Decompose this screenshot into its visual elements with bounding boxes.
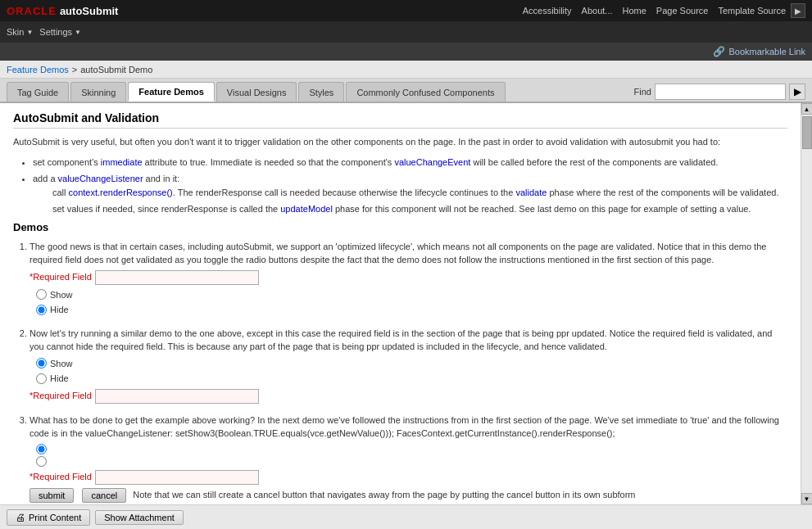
breadcrumb: Feature Demos > autoSubmit Demo — [0, 61, 812, 79]
demo1-radio-show[interactable] — [36, 289, 47, 300]
scrollbar-right[interactable]: ▲ ▼ — [801, 103, 812, 504]
bullet-list: set component's immediate attribute to t… — [33, 156, 787, 216]
tabs-bar: Tag Guide Skinning Feature Demos Visual … — [0, 79, 812, 103]
settings-dropdown[interactable]: Settings ▼ — [39, 27, 81, 37]
skin-chevron-icon: ▼ — [26, 29, 33, 36]
bookmarkbar: 🔗 Bookmarkable Link — [0, 43, 812, 61]
main-content-area: AutoSubmit and Validation AutoSubmit is … — [0, 103, 812, 504]
demo3-note-text: Note that we can still create a cancel b… — [133, 488, 635, 502]
demo-list: The good news is that in certain cases, … — [29, 240, 787, 503]
find-next-button[interactable]: ▶ — [789, 84, 805, 100]
tab-skinning[interactable]: Skinning — [70, 82, 126, 102]
find-label: Find — [634, 87, 651, 97]
skinbar: Skin ▼ Settings ▼ — [0, 21, 812, 43]
sub-bullet-2: set values if needed, since renderRespon… — [52, 202, 787, 216]
demo1-required-input[interactable] — [95, 270, 259, 285]
demo1-text: The good news is that in certain cases, … — [29, 242, 766, 265]
demo1-radio-hide[interactable] — [36, 305, 47, 315]
demo3-cancel-button[interactable]: cancel — [82, 488, 126, 503]
demo2-required-input[interactable] — [95, 389, 259, 404]
intro-text: AutoSubmit is very useful, but often you… — [13, 135, 787, 149]
tab-visual-designs[interactable]: Visual Designs — [216, 82, 297, 102]
demo-item-2: Now let's try running a similar demo to … — [29, 327, 787, 404]
demo1-radio-show-row: Show — [36, 288, 787, 302]
nav-page-source[interactable]: Page Source — [656, 6, 709, 16]
sub-bullet-list: call context.renderResponse(). The rende… — [52, 186, 787, 216]
oracle-logo: ORACLE — [7, 5, 57, 17]
demo3-radio-hide-row — [36, 456, 787, 467]
demo2-hide-label: Hide — [50, 372, 69, 386]
nav-about[interactable]: About... — [582, 6, 613, 16]
tab-feature-demos[interactable]: Feature Demos — [128, 82, 214, 102]
breadcrumb-current: autoSubmit Demo — [80, 65, 152, 75]
bullet-text-2: add a valueChangeListener and in it: — [33, 174, 179, 183]
scroll-down-arrow[interactable]: ▼ — [801, 493, 813, 504]
demo2-show-label: Show — [50, 357, 73, 371]
demo3-radio-show-row — [36, 444, 787, 454]
demo1-required-label: *Required Field — [29, 270, 92, 284]
show-attachment-button[interactable]: Show Attachment — [95, 510, 184, 525]
demo3-required-input[interactable] — [95, 470, 259, 485]
topbar: ORACLE autoSubmit Accessibility About...… — [0, 0, 812, 21]
demo1-radio-hide-row: Hide — [36, 303, 787, 317]
bookmarkable-link[interactable]: 🔗 Bookmarkable Link — [713, 46, 805, 57]
print-icon: 🖨 — [16, 512, 25, 523]
bottombar: 🖨 Print Content Show Attachment — [0, 504, 812, 529]
demo-item-3: What has to be done to get the example a… — [29, 414, 787, 503]
logo: ORACLE autoSubmit — [7, 5, 118, 17]
main-title: AutoSubmit and Validation — [13, 111, 787, 129]
demo2-required-label: *Required Field — [29, 389, 92, 403]
demo3-btn-row: submit cancel Note that we can still cre… — [29, 488, 787, 503]
scroll-track — [801, 115, 812, 493]
find-area: Find ▶ — [634, 84, 805, 102]
scroll-thumb[interactable] — [802, 116, 812, 149]
demo1-hide-label: Hide — [50, 303, 69, 317]
demos-title: Demos — [13, 221, 787, 233]
demo1-show-label: Show — [50, 288, 73, 302]
demo1-field-row: *Required Field — [29, 270, 787, 285]
breadcrumb-feature-demos[interactable]: Feature Demos — [7, 65, 69, 75]
content-panel: AutoSubmit and Validation AutoSubmit is … — [0, 103, 801, 504]
print-content-button[interactable]: 🖨 Print Content — [7, 509, 90, 526]
demo-item-1: The good news is that in certain cases, … — [29, 240, 787, 317]
demo3-radio-hide[interactable] — [36, 456, 47, 467]
bullet-item-1: set component's immediate attribute to t… — [33, 156, 787, 170]
demo3-text: What has to be done to get the example a… — [29, 415, 779, 439]
nav-template-source[interactable]: Template Source — [718, 6, 786, 16]
demo2-text: Now let's try running a similar demo to … — [29, 328, 772, 352]
demo3-required-label: *Required Field — [29, 470, 92, 484]
breadcrumb-separator: > — [72, 65, 77, 75]
bullet-text-1: set component's immediate attribute to t… — [33, 157, 718, 167]
settings-chevron-icon: ▼ — [75, 29, 81, 36]
tab-tag-guide[interactable]: Tag Guide — [7, 82, 69, 102]
nav-accessibility[interactable]: Accessibility — [523, 6, 572, 16]
nav-scroll-right[interactable]: ▶ — [791, 3, 805, 18]
app-title: autoSubmit — [60, 5, 119, 17]
demo2-field-row: *Required Field — [29, 389, 787, 404]
tab-styles[interactable]: Styles — [298, 82, 344, 102]
tab-commonly-confused[interactable]: Commonly Confused Components — [346, 82, 505, 102]
find-input[interactable] — [655, 84, 786, 100]
scroll-up-arrow[interactable]: ▲ — [801, 103, 813, 115]
demo2-radio-hide[interactable] — [36, 373, 47, 384]
demo3-field-row: *Required Field — [29, 470, 787, 485]
nav-home[interactable]: Home — [623, 6, 646, 16]
link-icon: 🔗 — [713, 46, 725, 57]
bullet-item-2: add a valueChangeListener and in it: cal… — [33, 172, 787, 216]
demo3-submit-button[interactable]: submit — [29, 488, 74, 503]
skin-dropdown[interactable]: Skin ▼ — [7, 27, 33, 37]
demo2-radio-hide-row: Hide — [36, 372, 787, 386]
demo2-radio-show[interactable] — [36, 358, 47, 368]
demo3-radio-show[interactable] — [36, 444, 47, 454]
demo2-radio-show-row: Show — [36, 357, 787, 371]
sub-bullet-1: call context.renderResponse(). The rende… — [52, 186, 787, 200]
